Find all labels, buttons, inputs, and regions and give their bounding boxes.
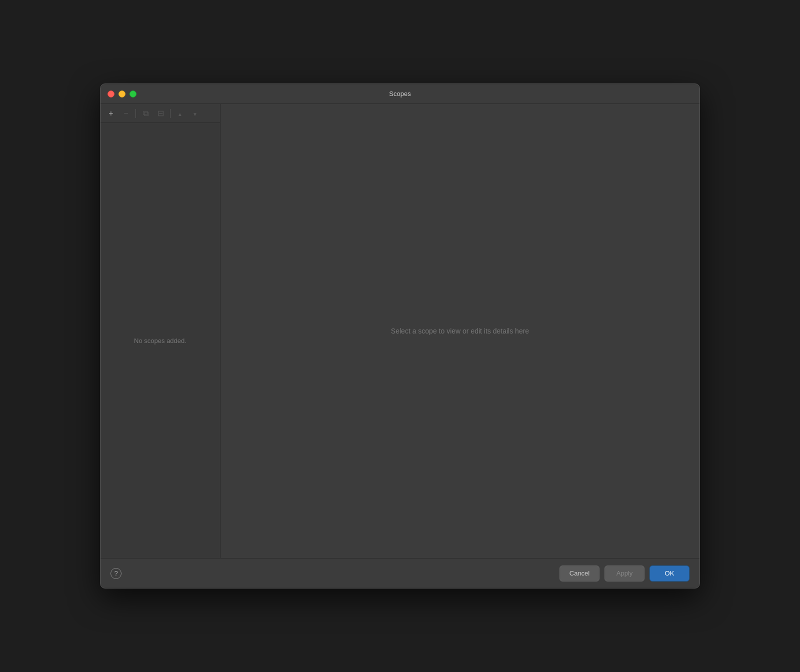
no-scopes-label: No scopes added. bbox=[134, 337, 186, 344]
window-title: Scopes bbox=[389, 90, 410, 98]
add-icon: + bbox=[108, 110, 113, 118]
toolbar-divider-2 bbox=[170, 109, 170, 118]
toolbar-divider bbox=[136, 109, 136, 118]
main-area: + − ⧉ ⊟ bbox=[100, 104, 700, 558]
footer: ? Cancel Apply OK bbox=[100, 558, 700, 588]
move-down-button[interactable] bbox=[188, 107, 202, 120]
copy-scope-button[interactable]: ⧉ bbox=[139, 107, 152, 120]
cancel-label: Cancel bbox=[570, 570, 590, 577]
title-bar: Scopes bbox=[100, 84, 700, 104]
help-icon: ? bbox=[114, 570, 118, 577]
chevron-down-icon bbox=[192, 110, 198, 118]
save-icon: ⊟ bbox=[158, 110, 164, 118]
footer-right: Cancel Apply OK bbox=[560, 566, 690, 582]
footer-left: ? bbox=[110, 568, 122, 579]
traffic-lights bbox=[108, 90, 136, 98]
remove-scope-button[interactable]: − bbox=[120, 107, 132, 120]
apply-label: Apply bbox=[616, 570, 633, 577]
apply-button[interactable]: Apply bbox=[604, 566, 644, 582]
detail-placeholder-text: Select a scope to view or edit its detai… bbox=[391, 327, 529, 335]
copy-icon: ⧉ bbox=[143, 110, 148, 118]
sidebar: + − ⧉ ⊟ bbox=[100, 104, 220, 558]
chevron-up-icon bbox=[178, 110, 182, 118]
maximize-button[interactable] bbox=[130, 90, 136, 98]
move-up-button[interactable] bbox=[174, 107, 186, 120]
detail-pane: Select a scope to view or edit its detai… bbox=[220, 104, 700, 558]
help-button[interactable]: ? bbox=[110, 568, 122, 579]
sidebar-content: No scopes added. bbox=[100, 123, 220, 558]
scopes-dialog: Scopes + − ⧉ ⊟ bbox=[100, 84, 700, 588]
ok-label: OK bbox=[665, 570, 674, 577]
add-scope-button[interactable]: + bbox=[104, 107, 118, 120]
ok-button[interactable]: OK bbox=[650, 566, 690, 582]
save-scope-button[interactable]: ⊟ bbox=[154, 107, 167, 120]
remove-icon: − bbox=[124, 110, 128, 118]
cancel-button[interactable]: Cancel bbox=[560, 566, 600, 582]
close-button[interactable] bbox=[108, 90, 114, 98]
minimize-button[interactable] bbox=[118, 90, 126, 98]
sidebar-toolbar: + − ⧉ ⊟ bbox=[100, 104, 220, 123]
